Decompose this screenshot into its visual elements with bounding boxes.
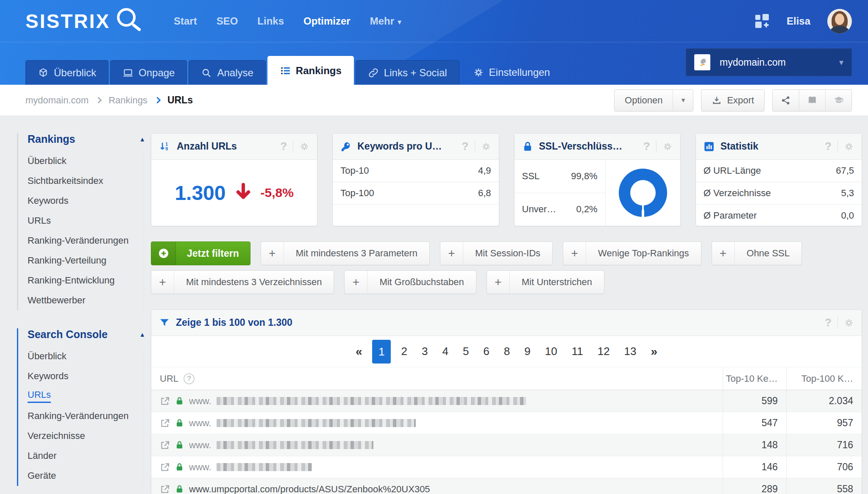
plus-icon: + [261,242,284,265]
filter-chip-parameter[interactable]: +Mit mindestens 3 Parametern [261,241,430,265]
filter-chip-unterstrichen[interactable]: +Mit Unterstrichen [487,270,604,294]
sidebar-item-keywords[interactable]: Keywords [28,191,144,211]
filter-chip-wenige-top-rankings[interactable]: +Wenige Top-Rankings [563,241,701,265]
plus-icon: + [487,271,510,294]
redacted-url[interactable] [217,441,373,449]
pagination-page-12[interactable]: 12 [593,342,614,361]
header-right: Elisa [755,9,852,33]
pagination-page-11[interactable]: 11 [568,342,587,361]
breadcrumb-rankings[interactable]: Rankings [108,95,147,106]
gear-icon[interactable] [844,142,854,152]
pagination-next[interactable]: » [647,345,662,358]
sidebar-item-sc-geraete[interactable]: Geräte [28,466,144,486]
nav-item-seo[interactable]: SEO [217,15,238,27]
sidebar-item-ranking-veraenderungen[interactable]: Ranking-Veränderungen [28,231,144,251]
pagination-page-4[interactable]: 4 [438,342,452,361]
sidebar-section-rankings-header[interactable]: Rankings ▴ [28,133,144,145]
nav-item-start[interactable]: Start [174,15,197,27]
pagination-page-13[interactable]: 13 [620,342,641,361]
magnifier-icon [114,7,141,35]
avatar[interactable] [827,9,852,33]
tab-analyse[interactable]: Analyse [189,60,265,85]
help-icon[interactable]: ? [825,140,832,153]
pagination-page-1[interactable]: 1 [372,340,391,364]
bar-chart-icon [704,141,715,152]
share-button[interactable] [773,90,799,111]
sidebar-section-search-console-header[interactable]: Search Console ▴ [28,328,144,341]
table-row: www.umpcportal.com/products/ASUS/Zenbook… [151,478,862,494]
filter-chip-ohne-ssl[interactable]: +Ohne SSL [712,241,802,265]
magnifier-icon [201,67,212,78]
nav-item-mehr[interactable]: Mehr▾ [370,15,401,27]
chevron-down-icon[interactable]: ▾ [673,89,693,111]
sidebar-section-search-console: Search Console ▴ Überblick Keywords URLs… [17,328,144,486]
pagination-page-8[interactable]: 8 [500,342,514,361]
gear-icon[interactable] [662,142,673,152]
redacted-url[interactable] [217,463,312,471]
sidebar-item-urls[interactable]: URLs [28,211,144,231]
pagination-prev[interactable]: « [351,345,367,358]
optionen-button[interactable]: Optionen ▾ [614,89,693,111]
main-area: 19 Anzahl URLs ? 1.300 -5,8% [151,133,862,494]
nav-item-links[interactable]: Links [257,15,284,27]
nav-item-optimizer[interactable]: Optimizer [303,15,351,27]
pagination-page-10[interactable]: 10 [541,342,562,361]
sidebar-item-sc-verzeichnisse[interactable]: Verzeichnisse [28,426,144,446]
sidebar-item-sc-ranking-veraenderungen[interactable]: Ranking-Veränderungen [28,406,144,426]
pagination-page-3[interactable]: 3 [417,342,432,361]
gear-icon[interactable] [844,318,854,328]
url-link[interactable]: www.umpcportal.com/products/ASUS/Zenbook… [189,484,430,494]
column-top100[interactable]: Top-100 K… [801,373,853,384]
filter-chip-verzeichnisse[interactable]: +Mit mindestens 3 Verzeichnissen [151,270,334,294]
chevron-up-icon: ▴ [140,330,144,339]
external-link-icon[interactable] [160,484,170,494]
sidebar-item-sc-urls[interactable]: URLs [28,386,144,406]
sidebar-item-sc-laender[interactable]: Länder [28,446,144,466]
redacted-url[interactable] [217,419,416,427]
external-link-icon[interactable] [160,396,170,406]
pagination-page-6[interactable]: 6 [479,342,493,361]
sidebar-item-ranking-verteilung[interactable]: Ranking-Verteilung [28,251,144,271]
help-icon[interactable]: ? [825,316,832,329]
tab-einstellungen[interactable]: Einstellungen [461,60,562,85]
help-icon[interactable]: ? [280,140,287,153]
tab-onpage[interactable]: Onpage [110,60,187,85]
help-icon[interactable]: ? [462,140,469,153]
column-top10[interactable]: Top-10 Ke… [726,373,778,384]
sidebar-item-sichtbarkeitsindex[interactable]: Sichtbarkeitsindex [28,171,144,191]
apps-grid-icon[interactable] [755,14,770,28]
export-button[interactable]: Export [701,89,765,111]
column-url[interactable]: URL [160,373,178,384]
external-link-icon[interactable] [160,418,170,428]
pagination-page-9[interactable]: 9 [520,342,534,361]
filter-chip-grossbuchstaben[interactable]: +Mit Großbuchstaben [344,270,476,294]
jetzt-filtern-button[interactable]: Jetzt filtern [151,241,250,265]
url-table-card: Zeige 1 bis 100 von 1.300 ? « 1 2 3 4 5 … [151,309,862,494]
pagination-page-2[interactable]: 2 [397,342,411,361]
help-icon[interactable]: ? [184,373,195,384]
sidebar-item-sc-keywords[interactable]: Keywords [28,366,144,386]
sidebar-item-ueberblick[interactable]: Überblick [28,151,144,171]
external-link-icon[interactable] [160,462,170,472]
help-icon[interactable]: ? [643,140,650,153]
card-statistik: Statistik ? Ø URL-Länge67,5 Ø Verzeichni… [696,133,862,226]
tab-ueberblick[interactable]: Überblick [25,60,108,85]
gear-icon[interactable] [299,142,309,152]
sidebar-item-wettbewerber[interactable]: Wettbewerber [28,291,144,311]
academy-button[interactable] [825,90,851,111]
tab-links-social[interactable]: Links + Social [356,60,459,85]
pagination-page-5[interactable]: 5 [459,342,473,361]
gear-icon[interactable] [481,142,491,152]
sidebar-item-sc-ueberblick[interactable]: Überblick [28,347,144,366]
external-link-icon[interactable] [160,440,170,450]
user-name[interactable]: Elisa [787,15,810,27]
sidebar-item-ranking-entwicklung[interactable]: Ranking-Entwicklung [28,271,144,291]
breadcrumb-domain[interactable]: mydomain.com [25,95,89,106]
tab-rankings[interactable]: Rankings [267,56,354,85]
domain-selector[interactable]: mydomain.com ▾ [686,48,852,76]
filter-chip-session-ids[interactable]: +Mit Session-IDs [440,241,553,265]
sistrix-logo[interactable]: SISTRIX [25,7,141,35]
key-icon [340,141,351,152]
redacted-url[interactable] [217,397,526,405]
docs-button[interactable] [799,90,825,111]
